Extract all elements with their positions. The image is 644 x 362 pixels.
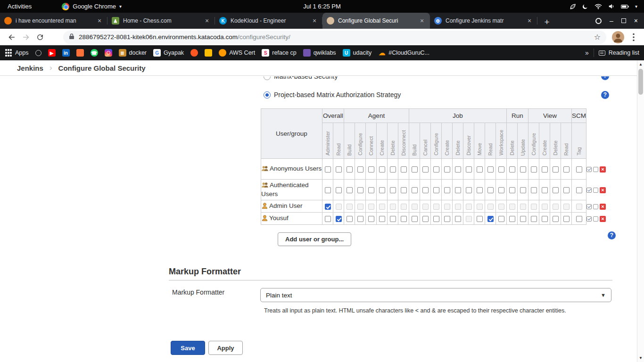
permission-checkbox-read[interactable] bbox=[563, 216, 570, 222]
bookmark-linkedin[interactable]: in bbox=[62, 49, 70, 57]
permission-checkbox-create[interactable] bbox=[542, 187, 548, 193]
permission-checkbox-move[interactable] bbox=[477, 166, 483, 173]
chrome-menu-icon[interactable] bbox=[628, 33, 639, 41]
apply-button[interactable]: Apply bbox=[208, 341, 243, 355]
profile-avatar[interactable] bbox=[612, 31, 624, 43]
permission-checkbox-configure[interactable] bbox=[531, 187, 537, 193]
breadcrumb-configure-global-security[interactable]: Configure Global Security bbox=[58, 64, 146, 72]
permission-checkbox-create[interactable] bbox=[379, 166, 385, 173]
permission-checkbox-configure[interactable] bbox=[357, 216, 363, 222]
reading-list-button[interactable]: Reading list bbox=[599, 49, 639, 56]
clear-all-icon[interactable] bbox=[593, 188, 598, 193]
permission-checkbox-delete[interactable] bbox=[390, 166, 396, 173]
permission-checkbox-configure[interactable] bbox=[531, 166, 537, 173]
delete-user-icon[interactable]: × bbox=[600, 204, 606, 210]
bookmark-flame[interactable] bbox=[190, 49, 198, 57]
bookmark-docker[interactable]: ≣docker bbox=[119, 49, 147, 57]
permission-checkbox-delete[interactable] bbox=[553, 216, 559, 222]
permission-checkbox-cancel[interactable] bbox=[422, 187, 429, 193]
scroll-up-icon[interactable]: ▲ bbox=[637, 62, 644, 66]
tab-2[interactable]: KKodeKloud - Engineer× bbox=[215, 13, 322, 29]
permission-checkbox-build[interactable] bbox=[347, 216, 353, 222]
help-icon[interactable]: ? bbox=[601, 91, 609, 99]
tab-close-icon[interactable]: × bbox=[418, 17, 426, 25]
radio-unselected-icon[interactable] bbox=[264, 76, 271, 80]
system-status-icons[interactable]: ▾ bbox=[570, 3, 644, 10]
permission-checkbox-cancel[interactable] bbox=[422, 166, 429, 173]
permission-checkbox-build[interactable] bbox=[347, 166, 353, 173]
permission-checkbox-configure[interactable] bbox=[357, 166, 363, 173]
address-bar[interactable]: 2886795272-8081-kitek06n.environments.ka… bbox=[63, 31, 606, 44]
permission-checkbox-update[interactable] bbox=[520, 216, 526, 222]
grant-all-icon[interactable] bbox=[586, 204, 592, 209]
bookmark-shield[interactable] bbox=[76, 49, 84, 57]
bookmark-reface-cp[interactable]: Sreface cp bbox=[262, 49, 296, 57]
tab-3[interactable]: Configure Global Securi× bbox=[322, 13, 430, 29]
permission-checkbox-read[interactable] bbox=[336, 216, 342, 222]
tab-close-icon[interactable]: × bbox=[311, 17, 318, 25]
option-project-based-matrix[interactable]: Project-based Matrix Authorization Strat… bbox=[264, 91, 401, 99]
bookmark-instagram[interactable] bbox=[105, 49, 112, 57]
permission-checkbox-configure[interactable] bbox=[433, 216, 439, 222]
bookmark-gyapak[interactable]: GGyapak bbox=[153, 49, 184, 57]
permission-checkbox-move[interactable] bbox=[477, 187, 483, 193]
permission-checkbox-cancel[interactable] bbox=[422, 216, 429, 222]
new-tab-button[interactable]: + bbox=[540, 16, 553, 29]
bookmark-apps[interactable]: Apps bbox=[5, 49, 29, 57]
permission-checkbox-connect[interactable] bbox=[368, 166, 374, 173]
bookmark-udacity[interactable]: Uudacity bbox=[343, 49, 372, 57]
tab-1[interactable]: ♟Home - Chess.com× bbox=[107, 13, 215, 29]
permission-checkbox-disconnect[interactable] bbox=[401, 187, 407, 193]
bookmark-star-icon[interactable]: ☆ bbox=[594, 33, 601, 41]
clear-all-icon[interactable] bbox=[593, 216, 598, 222]
permission-checkbox-create[interactable] bbox=[444, 216, 450, 222]
maximize-button[interactable] bbox=[621, 18, 626, 23]
grant-all-icon[interactable] bbox=[586, 216, 592, 222]
permission-checkbox-configure[interactable] bbox=[433, 166, 439, 173]
permission-checkbox-delete[interactable] bbox=[390, 187, 396, 193]
permission-checkbox-build[interactable] bbox=[412, 166, 418, 173]
tab-close-icon[interactable]: × bbox=[526, 17, 533, 25]
permission-checkbox-discover[interactable] bbox=[466, 187, 472, 193]
delete-user-icon[interactable]: × bbox=[600, 166, 606, 173]
grant-all-icon[interactable] bbox=[586, 167, 592, 172]
close-button[interactable]: × bbox=[634, 17, 638, 24]
permission-checkbox-delete[interactable] bbox=[553, 187, 559, 193]
permission-checkbox-update[interactable] bbox=[520, 187, 526, 193]
markup-formatter-select[interactable]: Plain text ▼ bbox=[260, 288, 611, 302]
activities-button[interactable]: Activities bbox=[0, 0, 39, 13]
permission-checkbox-delete[interactable] bbox=[455, 166, 461, 173]
back-button[interactable] bbox=[5, 30, 19, 44]
breadcrumb-jenkins[interactable]: Jenkins bbox=[17, 64, 43, 72]
clear-all-icon[interactable] bbox=[593, 167, 598, 172]
scroll-down-icon[interactable]: ▼ bbox=[637, 356, 644, 360]
permission-checkbox-administer[interactable] bbox=[325, 187, 331, 193]
permission-checkbox-configure[interactable] bbox=[357, 187, 363, 193]
permission-checkbox-read[interactable] bbox=[563, 166, 570, 173]
permission-checkbox-move[interactable] bbox=[477, 216, 483, 222]
grant-all-icon[interactable] bbox=[586, 188, 592, 193]
permission-checkbox-create[interactable] bbox=[444, 187, 450, 193]
bookmark-youtube[interactable]: ▶ bbox=[48, 49, 56, 57]
delete-user-icon[interactable]: × bbox=[600, 216, 606, 222]
permission-checkbox-configure[interactable] bbox=[433, 187, 439, 193]
tab-close-icon[interactable]: × bbox=[96, 17, 103, 25]
record-indicator-icon[interactable] bbox=[595, 18, 602, 24]
permission-checkbox-administer[interactable] bbox=[325, 216, 331, 222]
permission-checkbox-connect[interactable] bbox=[368, 187, 374, 193]
permission-checkbox-administer[interactable] bbox=[325, 204, 331, 210]
permission-checkbox-disconnect[interactable] bbox=[401, 166, 407, 173]
permission-checkbox-tag[interactable] bbox=[576, 187, 582, 193]
permission-checkbox-read[interactable] bbox=[487, 216, 494, 222]
permission-checkbox-delete[interactable] bbox=[509, 216, 515, 222]
save-button[interactable]: Save bbox=[171, 341, 205, 355]
page-scrollbar[interactable]: ▲ ▼ bbox=[637, 60, 644, 362]
help-icon[interactable]: ? bbox=[608, 231, 616, 239]
permission-checkbox-connect[interactable] bbox=[368, 216, 374, 222]
permission-checkbox-workspace[interactable] bbox=[498, 166, 504, 173]
permission-checkbox-read[interactable] bbox=[487, 166, 494, 173]
radio-selected-icon[interactable] bbox=[264, 91, 271, 99]
help-icon[interactable]: ? bbox=[601, 76, 609, 80]
tab-close-icon[interactable]: × bbox=[203, 17, 211, 25]
permission-checkbox-delete[interactable] bbox=[455, 216, 461, 222]
